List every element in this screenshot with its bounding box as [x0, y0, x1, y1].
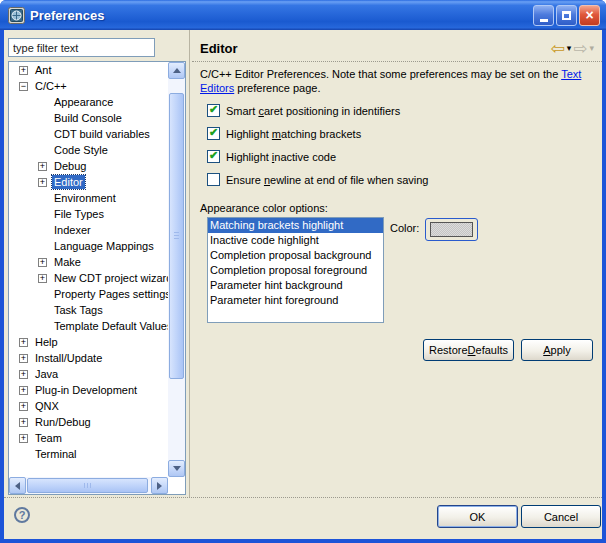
- scroll-right-button[interactable]: [151, 477, 168, 494]
- tree-connector: [38, 194, 47, 203]
- tree-item-qnx[interactable]: +QNX: [9, 398, 168, 414]
- tree-item-label: Indexer: [52, 223, 93, 237]
- tree-item-file-types[interactable]: File Types: [9, 206, 168, 222]
- titlebar[interactable]: Preferences ×: [0, 0, 606, 30]
- tree-item-task-tags[interactable]: Task Tags: [9, 302, 168, 318]
- scroll-up-button[interactable]: [168, 62, 185, 79]
- tree-item-label: Appearance: [52, 95, 115, 109]
- color-option-item[interactable]: Completion proposal background: [208, 248, 383, 263]
- color-option-item[interactable]: Parameter hint foreground: [208, 293, 383, 308]
- close-icon: ×: [585, 8, 593, 22]
- forward-icon[interactable]: ⇨: [573, 40, 587, 57]
- tree-item-label: Java: [33, 367, 60, 381]
- cancel-button[interactable]: Cancel: [521, 505, 601, 528]
- expand-plus-icon[interactable]: +: [38, 178, 47, 187]
- collapse-minus-icon[interactable]: −: [19, 82, 28, 91]
- tree-item-property-pages-settings[interactable]: Property Pages settings: [9, 286, 168, 302]
- apply-button[interactable]: Apply: [521, 339, 593, 361]
- checkbox-row: Highlight matching brackets: [207, 122, 594, 145]
- horizontal-scroll-thumb[interactable]: [27, 478, 148, 493]
- scroll-down-button[interactable]: [168, 460, 185, 477]
- tree-item-label: Plug-in Development: [33, 383, 139, 397]
- editor-preferences-panel: Editor ⇦ ▾ ⇨ ▾ C/C++ Editor Preferences.…: [192, 30, 602, 497]
- scroll-right-icon: [157, 482, 162, 490]
- scroll-up-icon: [173, 68, 181, 73]
- description-text-before: C/C++ Editor Preferences. Note that some…: [200, 68, 561, 80]
- tree-item-editor[interactable]: +Editor: [9, 174, 168, 190]
- checkbox-label: Highlight matching brackets: [226, 128, 361, 140]
- tree-item-appearance[interactable]: Appearance: [9, 94, 168, 110]
- tree-connector: [38, 114, 47, 123]
- color-option-item[interactable]: Inactive code highlight: [208, 233, 383, 248]
- tree-item-label: Task Tags: [52, 303, 105, 317]
- color-option-item[interactable]: Completion proposal foreground: [208, 263, 383, 278]
- back-icon[interactable]: ⇦: [550, 40, 564, 57]
- expand-plus-icon[interactable]: +: [19, 418, 28, 427]
- expand-plus-icon[interactable]: +: [38, 162, 47, 171]
- tree-item-ant[interactable]: +Ant: [9, 62, 168, 78]
- tree-item-new-cdt-project-wizard[interactable]: +New CDT project wizard: [9, 270, 168, 286]
- tree-connector: [38, 98, 47, 107]
- expand-plus-icon[interactable]: +: [19, 386, 28, 395]
- history-navigation: ⇦ ▾ ⇨ ▾: [550, 40, 594, 57]
- dialog-body: +Ant−C/C++AppearanceBuild ConsoleCDT bui…: [4, 30, 602, 539]
- tree-item-make[interactable]: +Make: [9, 254, 168, 270]
- description-text-after: preference page.: [234, 82, 320, 94]
- checked-checkbox-icon[interactable]: [207, 150, 220, 163]
- tree-horizontal-scrollbar[interactable]: [9, 477, 168, 494]
- tree-item-run-debug[interactable]: +Run/Debug: [9, 414, 168, 430]
- close-button[interactable]: ×: [579, 5, 600, 26]
- tree-item-template-default-values[interactable]: Template Default Values: [9, 318, 168, 334]
- tree-item-label: Language Mappings: [52, 239, 156, 253]
- tree-vertical-scrollbar[interactable]: [168, 62, 185, 477]
- unchecked-checkbox-icon[interactable]: [207, 173, 220, 186]
- tree-item-indexer[interactable]: Indexer: [9, 222, 168, 238]
- tree-connector: [38, 242, 47, 251]
- tree-item-label: Environment: [52, 191, 118, 205]
- tree-item-language-mappings[interactable]: Language Mappings: [9, 238, 168, 254]
- forward-dropdown-icon[interactable]: ▾: [589, 43, 594, 53]
- minimize-button[interactable]: [533, 5, 554, 26]
- tree-item-java[interactable]: +Java: [9, 366, 168, 382]
- restore-defaults-button[interactable]: Restore Defaults: [423, 339, 514, 361]
- tree-item-c-c[interactable]: −C/C++: [9, 78, 168, 94]
- tree-item-label: QNX: [33, 399, 61, 413]
- back-dropdown-icon[interactable]: ▾: [567, 43, 572, 53]
- tree-item-label: Make: [52, 255, 83, 269]
- tree-item-team[interactable]: +Team: [9, 430, 168, 446]
- expand-plus-icon[interactable]: +: [19, 66, 28, 75]
- tree-item-plug-in-development[interactable]: +Plug-in Development: [9, 382, 168, 398]
- expand-plus-icon[interactable]: +: [19, 370, 28, 379]
- expand-plus-icon[interactable]: +: [19, 338, 28, 347]
- color-options-list[interactable]: Matching brackets highlightInactive code…: [207, 217, 384, 323]
- expand-plus-icon[interactable]: +: [38, 258, 47, 267]
- expand-plus-icon[interactable]: +: [19, 402, 28, 411]
- tree-item-code-style[interactable]: Code Style: [9, 142, 168, 158]
- tree-item-debug[interactable]: +Debug: [9, 158, 168, 174]
- vertical-scroll-thumb[interactable]: [169, 93, 184, 379]
- help-button[interactable]: ?: [14, 507, 30, 523]
- filter-input[interactable]: [8, 38, 155, 57]
- ok-button[interactable]: OK: [437, 505, 518, 528]
- color-option-item[interactable]: Matching brackets highlight: [208, 218, 383, 233]
- tree-item-build-console[interactable]: Build Console: [9, 110, 168, 126]
- tree-item-label: Code Style: [52, 143, 110, 157]
- expand-plus-icon[interactable]: +: [19, 434, 28, 443]
- tree-item-cdt-build-variables[interactable]: CDT build variables: [9, 126, 168, 142]
- tree-item-environment[interactable]: Environment: [9, 190, 168, 206]
- color-picker-button[interactable]: [425, 218, 478, 241]
- checked-checkbox-icon[interactable]: [207, 104, 220, 117]
- tree-item-install-update[interactable]: +Install/Update: [9, 350, 168, 366]
- tree-item-terminal[interactable]: Terminal: [9, 446, 168, 462]
- tree-item-help[interactable]: +Help: [9, 334, 168, 350]
- maximize-button[interactable]: [556, 5, 577, 26]
- preferences-icon: [8, 7, 25, 24]
- expand-plus-icon[interactable]: +: [38, 274, 47, 283]
- checked-checkbox-icon[interactable]: [207, 127, 220, 140]
- scroll-left-button[interactable]: [9, 477, 26, 494]
- tree-item-label: Team: [33, 431, 64, 445]
- color-option-item[interactable]: Parameter hint background: [208, 278, 383, 293]
- tree-item-label: CDT build variables: [52, 127, 152, 141]
- expand-plus-icon[interactable]: +: [19, 354, 28, 363]
- panel-divider[interactable]: [189, 30, 190, 497]
